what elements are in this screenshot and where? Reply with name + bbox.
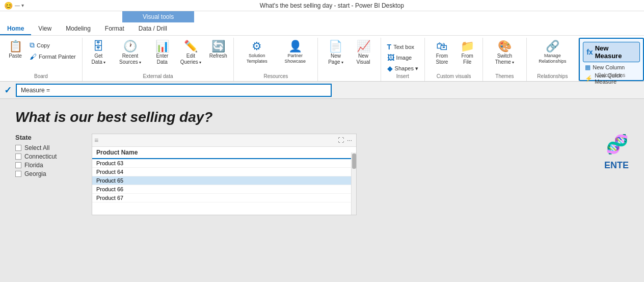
new-column-button[interactable]: ▦ New Column bbox=[583, 63, 640, 71]
recent-sources-button[interactable]: 🕐 Recent Sources bbox=[112, 40, 149, 66]
new-visual-button[interactable]: 📈 New Visual bbox=[351, 40, 377, 66]
brand-area: 🧬 ENTE bbox=[604, 134, 629, 171]
slicer-title: State bbox=[15, 134, 82, 141]
paste-icon: 📋 bbox=[9, 41, 22, 52]
partner-showcase-icon: 👤 bbox=[288, 41, 302, 52]
text-box-button[interactable]: T Text box bbox=[385, 42, 420, 52]
tab-modeling[interactable]: Modeling bbox=[59, 22, 98, 35]
solution-templates-icon: ⚙ bbox=[252, 41, 262, 52]
new-visual-icon: 📈 bbox=[357, 41, 370, 52]
shapes-button[interactable]: ◆ Shapes ▾ bbox=[385, 63, 420, 73]
connecticut-checkbox[interactable] bbox=[15, 153, 21, 160]
slicer-item-georgia[interactable]: Georgia bbox=[15, 170, 82, 177]
formula-checkmark[interactable]: ✓ bbox=[4, 85, 12, 96]
table-row[interactable]: Product 64 bbox=[92, 168, 356, 176]
switch-theme-button[interactable]: 🎨 Switch Theme bbox=[487, 40, 522, 66]
row-label: Product 66 bbox=[96, 186, 123, 192]
solution-templates-label: Solution Templates bbox=[240, 53, 274, 64]
tab-datadrill[interactable]: Data / Drill bbox=[131, 22, 174, 35]
title-bar-left: 😊 — ▾ bbox=[4, 2, 24, 10]
selectall-checkbox[interactable] bbox=[15, 145, 21, 151]
slicer-item-selectall[interactable]: Select All bbox=[15, 144, 82, 151]
formula-input[interactable] bbox=[16, 84, 332, 97]
edit-queries-button[interactable]: ✏️ Edit Queries bbox=[176, 40, 206, 66]
insert-group-label: Insert bbox=[381, 73, 424, 80]
table-row[interactable]: Product 63 bbox=[92, 159, 356, 168]
table-header-bar: ≡ ⛶ ··· bbox=[92, 134, 356, 147]
image-button[interactable]: 🖼 Image bbox=[385, 53, 420, 63]
page-title: What is our best selling day? bbox=[15, 109, 629, 125]
row-label: Product 65 bbox=[96, 177, 123, 184]
table-row-selected[interactable]: Product 65 bbox=[92, 176, 356, 185]
scrollbar[interactable] bbox=[351, 152, 356, 215]
manage-relationships-label: Manage Relationships bbox=[533, 53, 573, 64]
from-file-button[interactable]: 📁 From File bbox=[456, 40, 478, 66]
slicer-item-connecticut[interactable]: Connecticut bbox=[15, 153, 82, 160]
tab-format[interactable]: Format bbox=[98, 22, 131, 35]
tab-view[interactable]: View bbox=[31, 22, 59, 35]
partner-showcase-button[interactable]: 👤 Partner Showcase bbox=[277, 40, 313, 65]
florida-checkbox[interactable] bbox=[15, 162, 21, 168]
copy-label: Copy bbox=[37, 42, 50, 48]
insert-group: T Text box 🖼 Image ◆ Shapes ▾ Insert bbox=[381, 38, 425, 81]
table-row[interactable]: Product 67 bbox=[92, 194, 356, 202]
slicer-item-florida[interactable]: Florida bbox=[15, 162, 82, 169]
themes-group: 🎨 Switch Theme Themes bbox=[483, 38, 526, 81]
refresh-button[interactable]: 🔄 Refresh bbox=[207, 40, 229, 60]
visual-tools-banner: Visual tools bbox=[0, 11, 644, 22]
state-slicer: State Select All Connecticut Florida Geo… bbox=[15, 134, 82, 179]
table-row[interactable]: Product 66 bbox=[92, 185, 356, 194]
row-label: Product 67 bbox=[96, 195, 123, 201]
new-page-label: New Page bbox=[324, 53, 347, 65]
switch-theme-label: Switch Theme bbox=[489, 53, 520, 65]
paste-label: Paste bbox=[9, 53, 22, 59]
connecticut-label: Connecticut bbox=[24, 153, 57, 160]
enter-label: ENTE bbox=[604, 160, 629, 171]
window-title: What's the best selling day - start - Po… bbox=[24, 2, 640, 9]
dna-icon: 🧬 bbox=[606, 134, 629, 155]
formula-bar: ✓ bbox=[0, 82, 644, 99]
copy-button[interactable]: ⧉ Copy bbox=[28, 40, 78, 50]
row-label: Product 64 bbox=[96, 169, 123, 175]
scrollbar-thumb[interactable] bbox=[352, 153, 356, 169]
resources-group: ⚙ Solution Templates 👤 Partner Showcase … bbox=[234, 38, 318, 81]
paste-button[interactable]: 📋 Paste bbox=[4, 40, 26, 60]
quick-access-pin: — ▾ bbox=[15, 3, 24, 8]
get-data-label: Get Data bbox=[89, 53, 109, 65]
refresh-icon: 🔄 bbox=[211, 41, 225, 52]
external-data-group: 🗄 Get Data 🕐 Recent Sources 📊 Enter Data… bbox=[83, 38, 234, 81]
content-row: State Select All Connecticut Florida Geo… bbox=[15, 134, 629, 215]
format-painter-icon: 🖌 bbox=[30, 53, 37, 61]
image-label: Image bbox=[396, 55, 412, 61]
get-data-button[interactable]: 🗄 Get Data bbox=[87, 40, 111, 66]
calculations-label: Calculations bbox=[580, 72, 643, 79]
georgia-checkbox[interactable] bbox=[15, 171, 21, 177]
new-page-button[interactable]: 📄 New Page bbox=[322, 40, 349, 66]
recent-sources-icon: 🕐 bbox=[123, 41, 137, 52]
relationships-label: Relationships bbox=[527, 73, 579, 80]
new-column-icon: ▦ bbox=[585, 64, 591, 71]
format-painter-label: Format Painter bbox=[39, 54, 76, 60]
tab-home[interactable]: Home bbox=[0, 22, 31, 35]
from-store-button[interactable]: 🛍 From Store bbox=[429, 40, 455, 66]
shapes-icon: ◆ bbox=[387, 64, 393, 72]
new-measure-button[interactable]: fx New Measure bbox=[583, 42, 640, 62]
from-store-icon: 🛍 bbox=[436, 41, 447, 52]
from-file-icon: 📁 bbox=[461, 41, 474, 52]
enter-data-button[interactable]: 📊 Enter Data bbox=[150, 40, 174, 66]
column-header-product-name: Product Name bbox=[92, 147, 356, 159]
format-painter-button[interactable]: 🖌 Format Painter bbox=[28, 52, 78, 62]
from-file-label: From File bbox=[458, 53, 476, 65]
table-visual: ≡ ⛶ ··· Product Name Product 63 Product … bbox=[92, 134, 357, 215]
solution-templates-button[interactable]: ⚙ Solution Templates bbox=[238, 40, 276, 65]
partner-showcase-label: Partner Showcase bbox=[279, 53, 311, 64]
copy-icon: ⧉ bbox=[30, 41, 35, 49]
clipboard-group: 📋 Paste ⧉ Copy 🖌 Format Painter Board bbox=[0, 38, 83, 81]
row-label: Product 63 bbox=[96, 160, 123, 166]
main-content: What is our best selling day? State Sele… bbox=[0, 99, 644, 282]
maximize-icon[interactable]: ⛶ bbox=[338, 137, 344, 144]
app-logo: 😊 bbox=[4, 2, 13, 10]
manage-relationships-button[interactable]: 🔗 Manage Relationships bbox=[531, 40, 575, 65]
calculations-group: fx New Measure ▦ New Column ⚡ New Quick … bbox=[579, 38, 644, 81]
more-options-icon[interactable]: ··· bbox=[347, 137, 352, 144]
